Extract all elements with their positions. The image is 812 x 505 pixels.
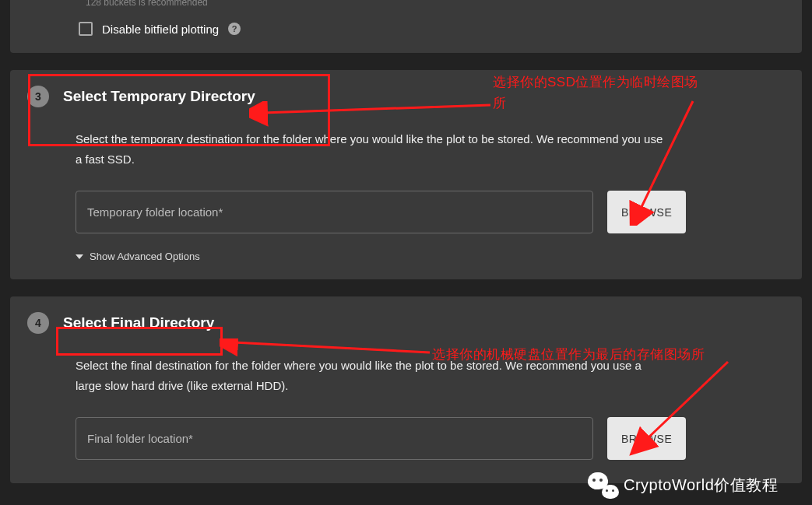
top-settings-card: 128 buckets is recommended Disable bitfi… [10, 0, 802, 53]
step4-input-row: BROWSE [76, 417, 785, 460]
step3-body: Select the temporary destination for the… [76, 129, 785, 262]
step3-title: Select Temporary Directory [63, 88, 255, 105]
temporary-folder-input[interactable] [76, 191, 593, 233]
step3-header: 3 Select Temporary Directory [27, 86, 785, 107]
step4-title: Select Final Directory [63, 314, 214, 331]
step3-description: Select the temporary destination for the… [76, 129, 667, 169]
disable-bitfield-label: Disable bitfield plotting [102, 23, 219, 36]
disable-bitfield-row: Disable bitfield plotting ? [79, 22, 785, 36]
browse-final-button[interactable]: BROWSE [607, 417, 686, 460]
step4-number-badge: 4 [27, 312, 49, 334]
step4-card: 4 Select Final Directory Select the fina… [10, 296, 802, 483]
step3-number-badge: 3 [27, 86, 49, 107]
step3-card: 3 Select Temporary Directory Select the … [10, 70, 802, 279]
step4-body: Select the final destination for the fol… [76, 356, 785, 460]
step4-header: 4 Select Final Directory [27, 312, 785, 334]
disable-bitfield-checkbox[interactable] [79, 22, 93, 36]
chevron-down-icon [76, 254, 83, 259]
buckets-recommendation-text: 128 buckets is recommended [86, 0, 785, 8]
step3-input-row: BROWSE [76, 191, 785, 233]
advanced-options-label: Show Advanced Options [90, 251, 200, 262]
help-icon[interactable]: ? [228, 23, 241, 35]
advanced-options-toggle[interactable]: Show Advanced Options [76, 251, 785, 262]
final-folder-input[interactable] [76, 417, 593, 460]
browse-temp-button[interactable]: BROWSE [607, 191, 686, 233]
step4-description: Select the final destination for the fol… [76, 356, 667, 395]
